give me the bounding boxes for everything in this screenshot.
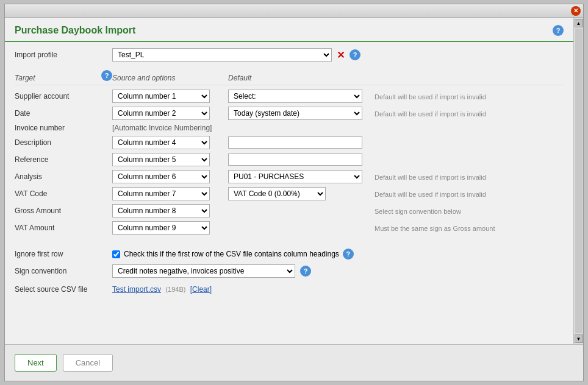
invoice-auto-text: [Automatic Invoice Numbering] bbox=[112, 124, 212, 132]
description-hint bbox=[375, 142, 564, 143]
page-title: Purchase Daybook Import bbox=[15, 25, 135, 36]
form-section: Import profile Test_PL ✕ ? Target Source… bbox=[5, 42, 573, 303]
table-row: Date Column number 2 Today (system date)… bbox=[15, 105, 564, 122]
ignore-first-row-row: Ignore first row Check this if the first… bbox=[15, 249, 564, 260]
vat-amount-hint: Must be the same sign as Gross amount bbox=[375, 224, 564, 232]
supplier-source-select[interactable]: Column number 1 bbox=[112, 90, 210, 103]
vat-hint: Default will be used if import is invali… bbox=[375, 189, 564, 198]
scroll-down-arrow[interactable]: ▼ bbox=[575, 334, 583, 343]
table-row: Description Column number 4 bbox=[15, 134, 564, 151]
csv-filename[interactable]: Test import.csv bbox=[112, 285, 161, 294]
close-button[interactable]: ✕ bbox=[571, 6, 581, 16]
col-hint-header bbox=[375, 74, 564, 82]
table-row: Invoice number [Automatic Invoice Number… bbox=[15, 122, 564, 134]
sign-convention-help-icon[interactable]: ? bbox=[300, 266, 311, 277]
description-default-input[interactable] bbox=[228, 136, 362, 149]
reference-source-select[interactable]: Column number 5 bbox=[112, 153, 210, 166]
scrollable-content: Purchase Daybook Import ? Import profile… bbox=[5, 18, 573, 344]
date-label: Date bbox=[15, 109, 112, 118]
date-default-cell: Today (system date) bbox=[228, 107, 375, 120]
profile-help-icon[interactable]: ? bbox=[350, 49, 360, 60]
scrollbar[interactable]: ▲ ▼ bbox=[573, 18, 583, 344]
supplier-source-cell: Column number 1 bbox=[112, 90, 228, 103]
vat-amount-source-select[interactable]: Column number 9 bbox=[112, 221, 210, 235]
profile-select-wrap: Test_PL ✕ ? bbox=[112, 48, 360, 62]
reference-source-cell: Column number 5 bbox=[112, 153, 228, 166]
vat-code-label: VAT Code bbox=[15, 189, 112, 198]
table-row: Analysis Column number 6 PU01 - PURCHASE… bbox=[15, 168, 564, 185]
csv-file-row: Select source CSV file Test import.csv (… bbox=[15, 285, 564, 294]
gross-hint: Select sign convention below bbox=[375, 207, 564, 215]
invoice-source-cell: [Automatic Invoice Numbering] bbox=[112, 124, 228, 132]
analysis-default-cell: PU01 - PURCHASES bbox=[228, 170, 375, 183]
ignore-first-row-checkbox[interactable] bbox=[112, 250, 120, 258]
ignore-first-row-content: Check this if the first row of the CSV f… bbox=[112, 249, 354, 260]
vat-source-select[interactable]: Column number 7 bbox=[112, 187, 210, 200]
date-default-select[interactable]: Today (system date) bbox=[228, 107, 362, 120]
reference-default-cell bbox=[228, 154, 375, 166]
col-source-header: Source and options bbox=[112, 74, 228, 82]
gross-source-cell: Column number 8 bbox=[112, 204, 228, 217]
ignore-first-row-label: Ignore first row bbox=[15, 250, 112, 258]
description-default-cell bbox=[228, 136, 375, 149]
table-row: Gross Amount Column number 8 Select sign… bbox=[15, 202, 564, 219]
vat-source-cell: Column number 7 bbox=[112, 187, 228, 200]
footer: Next Cancel bbox=[5, 344, 583, 381]
supplier-default-cell: Select: bbox=[228, 90, 375, 103]
csv-clear-link[interactable]: [Clear] bbox=[190, 285, 212, 294]
date-source-select[interactable]: Column number 2 bbox=[112, 107, 210, 120]
date-source-cell: Column number 2 bbox=[112, 107, 228, 120]
table-row: VAT Amount Column number 9 Must be the s… bbox=[15, 219, 564, 236]
vat-amount-label: VAT Amount bbox=[15, 224, 112, 232]
col-default-header: Default bbox=[228, 74, 375, 82]
supplier-default-select[interactable]: Select: bbox=[228, 90, 362, 103]
description-source-cell: Column number 4 bbox=[112, 136, 228, 149]
analysis-source-cell: Column number 6 bbox=[112, 170, 228, 183]
delete-profile-icon[interactable]: ✕ bbox=[337, 49, 345, 61]
vat-default-select[interactable]: VAT Code 0 (0.00%) bbox=[228, 187, 326, 200]
description-source-select[interactable]: Column number 4 bbox=[112, 136, 210, 149]
table-row: Reference Column number 5 bbox=[15, 151, 564, 168]
scroll-up-arrow[interactable]: ▲ bbox=[575, 19, 583, 27]
invoice-number-label: Invoice number bbox=[15, 124, 112, 132]
ignore-first-row-description: Check this if the first row of the CSV f… bbox=[124, 250, 339, 258]
table-help-icon[interactable]: ? bbox=[101, 70, 112, 81]
gross-amount-label: Gross Amount bbox=[15, 207, 112, 215]
analysis-default-select[interactable]: PU01 - PURCHASES bbox=[228, 170, 362, 183]
supplier-account-label: Supplier account bbox=[15, 92, 112, 101]
next-button[interactable]: Next bbox=[15, 354, 57, 372]
analysis-label: Analysis bbox=[15, 172, 112, 181]
reference-default-input[interactable] bbox=[228, 154, 362, 166]
invoice-hint bbox=[375, 127, 564, 129]
reference-hint bbox=[375, 159, 564, 160]
header-help-icon[interactable]: ? bbox=[553, 25, 564, 36]
ignore-row-help-icon[interactable]: ? bbox=[343, 249, 354, 260]
import-profile-row: Import profile Test_PL ✕ ? bbox=[15, 48, 564, 62]
sign-convention-label: Sign convention bbox=[15, 267, 112, 275]
import-profile-label: Import profile bbox=[15, 51, 112, 59]
description-label: Description bbox=[15, 138, 112, 147]
cancel-button[interactable]: Cancel bbox=[63, 354, 113, 372]
import-profile-select[interactable]: Test_PL bbox=[112, 48, 332, 62]
sign-convention-cell: Credit notes negative, invoices positive… bbox=[112, 264, 295, 278]
sign-convention-select[interactable]: Credit notes negative, invoices positive… bbox=[112, 264, 295, 278]
vat-amount-source-cell: Column number 9 bbox=[112, 221, 228, 235]
main-layout: Purchase Daybook Import ? Import profile… bbox=[5, 18, 583, 344]
vat-default-cell: VAT Code 0 (0.00%) bbox=[228, 187, 375, 200]
supplier-hint: Default will be used if import is invali… bbox=[375, 92, 564, 101]
main-window: ✕ Purchase Daybook Import ? Import profi… bbox=[4, 4, 584, 381]
reference-label: Reference bbox=[15, 155, 112, 164]
title-bar: ✕ bbox=[5, 4, 583, 18]
col-target-header: Target bbox=[15, 74, 112, 82]
analysis-hint: Default will be used if import is invali… bbox=[375, 172, 564, 181]
header-section: Purchase Daybook Import ? bbox=[5, 18, 573, 42]
table-header: Target Source and options Default ? bbox=[15, 71, 564, 85]
csv-file-info: Test import.csv (194B) [Clear] bbox=[112, 285, 212, 294]
analysis-source-select[interactable]: Column number 6 bbox=[112, 170, 210, 183]
table-row: Supplier account Column number 1 Select:… bbox=[15, 88, 564, 105]
csv-filesize: (194B) bbox=[165, 286, 185, 293]
gross-source-select[interactable]: Column number 8 bbox=[112, 204, 210, 217]
table-row: VAT Code Column number 7 VAT Code 0 (0.0… bbox=[15, 185, 564, 202]
date-hint: Default will be used if import is invali… bbox=[375, 109, 564, 118]
csv-file-label: Select source CSV file bbox=[15, 285, 112, 294]
